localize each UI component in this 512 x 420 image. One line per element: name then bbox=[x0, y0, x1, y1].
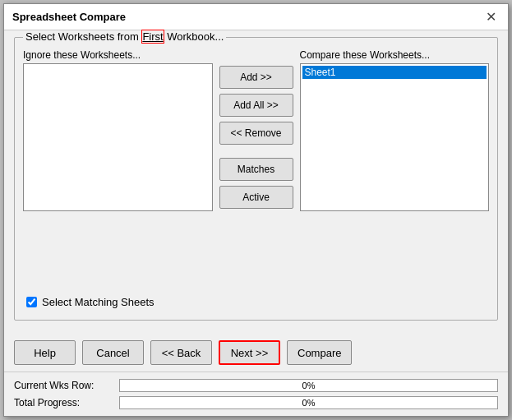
compare-listbox[interactable]: Sheet1 bbox=[300, 63, 490, 211]
spreadsheet-compare-dialog: Spreadsheet Compare ✕ Select Worksheets … bbox=[3, 3, 509, 417]
cancel-button[interactable]: Cancel bbox=[82, 340, 144, 365]
dialog-body: Select Worksheets from First Workbook...… bbox=[4, 30, 508, 334]
active-button[interactable]: Active bbox=[219, 186, 293, 209]
ignore-listbox[interactable] bbox=[23, 63, 213, 211]
help-button[interactable]: Help bbox=[14, 340, 76, 365]
current-progress-value: 0% bbox=[120, 380, 497, 391]
panels-row: Ignore these Worksheets... Add >> Add Al… bbox=[23, 49, 489, 289]
footer-buttons: Help Cancel << Back Next >> Compare bbox=[4, 334, 508, 370]
total-progress-label: Total Progress: bbox=[14, 397, 113, 408]
legend-suffix: Workbook... bbox=[164, 30, 224, 43]
add-button[interactable]: Add >> bbox=[219, 66, 293, 89]
current-progress-row: Current Wks Row: 0% bbox=[14, 379, 498, 392]
next-button[interactable]: Next >> bbox=[219, 340, 280, 365]
compare-panel-label: Compare these Worksheets... bbox=[300, 49, 490, 61]
total-progress-bar: 0% bbox=[119, 396, 498, 409]
ignore-panel-label: Ignore these Worksheets... bbox=[23, 49, 213, 61]
title-bar: Spreadsheet Compare ✕ bbox=[4, 4, 508, 30]
legend-highlighted: First bbox=[141, 30, 164, 44]
total-progress-row: Total Progress: 0% bbox=[14, 396, 498, 409]
add-all-button[interactable]: Add All >> bbox=[219, 94, 293, 117]
list-item[interactable]: Sheet1 bbox=[302, 66, 487, 79]
dialog-title: Spreadsheet Compare bbox=[12, 11, 126, 23]
matching-sheets-checkbox[interactable] bbox=[26, 297, 37, 307]
current-wks-label: Current Wks Row: bbox=[14, 380, 113, 391]
middle-buttons: Add >> Add All >> << Remove Matches Acti… bbox=[213, 66, 300, 209]
ignore-panel: Ignore these Worksheets... bbox=[23, 49, 213, 211]
back-button[interactable]: << Back bbox=[150, 340, 212, 365]
remove-button[interactable]: << Remove bbox=[219, 122, 293, 145]
compare-button[interactable]: Compare bbox=[287, 340, 352, 365]
matches-button[interactable]: Matches bbox=[219, 158, 293, 181]
progress-section: Current Wks Row: 0% Total Progress: 0% bbox=[4, 374, 508, 416]
legend-prefix: Select Worksheets from bbox=[25, 30, 141, 43]
group-legend: Select Worksheets from First Workbook... bbox=[23, 30, 226, 43]
current-progress-bar: 0% bbox=[119, 379, 498, 392]
matching-sheets-label: Select Matching Sheets bbox=[42, 296, 155, 308]
close-button[interactable]: ✕ bbox=[482, 11, 500, 24]
compare-panel: Compare these Worksheets... Sheet1 bbox=[300, 49, 490, 211]
checkbox-row: Select Matching Sheets bbox=[23, 296, 489, 308]
group-box: Select Worksheets from First Workbook...… bbox=[14, 37, 498, 321]
total-progress-value: 0% bbox=[120, 397, 497, 408]
separator bbox=[4, 372, 508, 372]
